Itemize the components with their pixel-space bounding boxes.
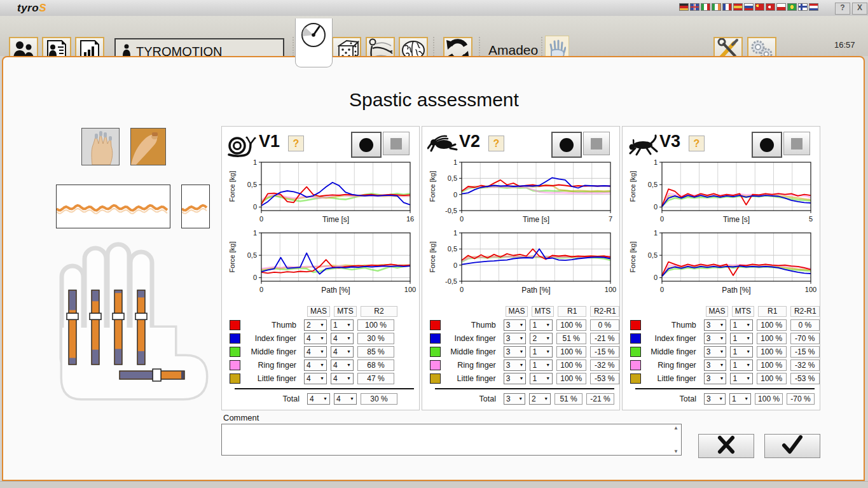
r-value: 100 % [757,319,786,331]
finger-rom-handle[interactable] [67,313,78,319]
language-flag-tr[interactable] [766,3,775,11]
comment-scrollbar[interactable]: ▲▼ [672,425,680,454]
finger-label: Thumb [441,321,500,330]
total-mas-select[interactable]: 3▼ [504,393,525,405]
mas-select[interactable]: 3▼ [704,333,727,344]
scroll-up-icon[interactable]: ▲ [673,425,679,431]
stop-button[interactable] [783,132,810,155]
mts-select[interactable]: 1▼ [530,346,553,358]
mts-select[interactable]: 1▼ [530,359,553,371]
finger-label: Ring finger [441,361,500,370]
mas-select[interactable]: 4▼ [304,359,327,371]
language-flag-br[interactable] [787,3,797,11]
r-value: -53 % [590,373,619,384]
mas-select[interactable]: 3▼ [704,319,727,331]
mas-select[interactable]: 3▼ [504,373,527,384]
language-flag-cn[interactable] [755,3,764,11]
cancel-button[interactable] [698,434,754,458]
total-row: Total3▼2▼51 %-21 % [435,392,614,405]
stop-icon [390,138,402,150]
mts-select[interactable]: 1▼ [730,373,753,384]
panel-help-button[interactable]: ? [689,136,705,151]
mts-select[interactable]: 1▼ [730,319,753,331]
window-help-button[interactable]: ? [835,3,850,15]
tab-assessment-active[interactable] [295,18,333,67]
mts-select[interactable]: 4▼ [331,373,354,384]
language-flag-ru[interactable] [744,3,754,11]
record-button[interactable] [752,132,782,158]
thumb-rom-handle[interactable] [153,369,161,381]
mts-select[interactable]: 4▼ [331,359,354,371]
col-header: MAS [307,306,330,317]
mts-select[interactable]: 4▼ [331,346,354,358]
finger-color-swatch [630,373,641,384]
hand-rom-diagram[interactable] [45,242,210,401]
scroll-down-icon[interactable]: ▼ [673,449,679,454]
total-r-value: 100 % [755,393,783,405]
force-path-chart: 10,50-0,50100Path [%]Force [kg] [426,230,621,299]
mas-select[interactable]: 2▼ [304,319,327,331]
mas-select[interactable]: 4▼ [304,346,327,358]
mas-select[interactable]: 3▼ [704,373,727,384]
mas-select[interactable]: 3▼ [504,359,527,371]
mts-select[interactable]: 1▼ [730,333,753,344]
check-icon [781,435,804,457]
assessment-panel-v3: V3?10,5005Time [s]Force [kg]10,500100Pat… [622,126,820,410]
mts-select[interactable]: 1▼ [730,359,753,371]
language-flag-it[interactable] [701,3,710,11]
mas-select[interactable]: 3▼ [704,359,727,371]
stop-button[interactable] [383,132,410,155]
mts-select[interactable]: 4▼ [331,333,354,344]
mas-select[interactable]: 3▼ [504,333,527,344]
hand-photo-overview[interactable] [81,128,120,165]
total-mas-select[interactable]: 3▼ [704,393,726,405]
language-flag-fr[interactable] [722,3,732,11]
mas-select[interactable]: 4▼ [304,373,327,384]
mts-select[interactable]: 1▼ [331,319,354,331]
mts-select[interactable]: 1▼ [730,346,753,358]
language-flag-de[interactable] [679,3,689,11]
language-flag-es[interactable] [733,3,743,11]
stop-button[interactable] [583,132,610,155]
total-mts-select[interactable]: 4▼ [334,393,357,405]
window-close-button[interactable]: X [852,3,867,15]
finger-rom-handle[interactable] [90,313,101,319]
confirm-button[interactable] [764,434,820,458]
mas-select[interactable]: 3▼ [704,346,727,358]
hand-photo-closeup[interactable] [130,128,166,165]
mas-select[interactable]: 3▼ [504,319,527,331]
record-button[interactable] [551,132,582,158]
finger-color-swatch [230,333,240,344]
svg-text:Time [s]: Time [s] [322,215,349,224]
record-button[interactable] [351,132,382,158]
force-time-chart: 10,50-0,507Time [s]Force [kg] [426,160,621,228]
force-time-chart: 10,50016Time [s]Force [kg] [226,160,420,228]
total-mas-select[interactable]: 4▼ [307,393,330,405]
comment-input[interactable] [221,424,682,456]
r-value: -32 % [790,359,820,371]
total-mts-select[interactable]: 2▼ [529,393,551,405]
language-flag-nl[interactable] [809,3,818,11]
language-flag-fi[interactable] [798,3,808,11]
finger-label: Middle finger [441,347,500,356]
mts-select[interactable]: 1▼ [530,319,553,331]
col-header: R2-R1 [590,306,619,317]
col-header: R1 [558,306,587,317]
panel-help-button[interactable]: ? [288,136,304,151]
mas-select[interactable]: 3▼ [504,346,527,358]
language-flag-pl[interactable] [776,3,786,11]
mts-select[interactable]: 1▼ [530,373,553,384]
finger-rom-handle[interactable] [135,313,147,319]
svg-text:0: 0 [259,286,263,293]
mas-select[interactable]: 4▼ [304,333,327,344]
finger-row: Ring finger4▼4▼68 % [222,358,419,372]
finger-rom-handle[interactable] [113,313,124,319]
r-value: 68 % [357,359,394,371]
panel-help-button[interactable]: ? [488,136,504,151]
gauge-icon [299,20,328,50]
language-flag-gb[interactable] [690,3,699,11]
score-table-header: MASMTSR1R2-R1 [422,305,619,317]
total-mts-select[interactable]: 1▼ [729,393,751,405]
mts-select[interactable]: 2▼ [530,333,553,344]
language-flag-ie[interactable] [712,3,721,11]
